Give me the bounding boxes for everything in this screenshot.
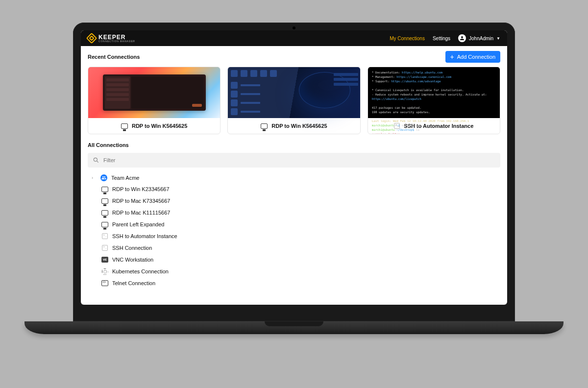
laptop-base [24,321,564,334]
connection-label: SSH Connection [112,245,152,251]
username: JohnAdmin [469,36,493,41]
add-connection-label: Add Connection [457,54,495,60]
connection-item[interactable]: RDP to Mac K73345667 [101,195,500,207]
chevron-right-icon: › [92,175,97,180]
brand: KEEPER CONNECTION MANAGER [88,34,135,43]
monitor-icon [101,198,108,204]
group-icon [100,174,107,181]
recent-card-3[interactable]: * Documentation: https://help.ubuntu.com… [368,67,500,134]
laptop-mockup: KEEPER CONNECTION MANAGER My Connections… [24,23,564,365]
thumbnail-windows-desktop [228,67,360,118]
connection-label: Parent Left Expanded [112,221,164,227]
recent-connections-title: Recent Connections [88,54,140,60]
connection-label: RDP to Mac K73345667 [112,198,170,204]
connection-item[interactable]: Kubernetes Connection [101,266,500,277]
search-icon [93,157,99,164]
connection-item[interactable]: Telnet Connection [101,277,500,289]
add-connection-button[interactable]: + Add Connection [445,51,500,63]
connection-label: SSH to Automator Instance [112,233,177,239]
filter-input-wrapper[interactable] [88,153,500,168]
connection-label: Telnet Connection [112,280,155,286]
kubernetes-icon [102,268,108,275]
recent-card-2[interactable]: RDP to Win K5645625 [227,67,360,134]
terminal-icon [102,245,108,251]
group-team-acme[interactable]: › Team Acme [92,172,500,183]
connection-item[interactable]: RDP to Mac K11115667 [101,207,500,218]
thumbnail-mac-desktop [88,67,220,118]
svg-point-0 [94,158,97,161]
connection-item[interactable]: Parent Left Expanded [101,218,500,230]
connection-item[interactable]: VEVNC Workstation [101,254,500,266]
monitor-icon [101,187,108,192]
connection-label: VNC Workstation [112,257,153,263]
user-menu[interactable]: JohnAdmin ▼ [458,34,500,42]
monitor-icon [101,210,108,216]
thumbnail-ssh-terminal: * Documentation: https://help.ubuntu.com… [368,67,500,118]
brand-subtitle: CONNECTION MANAGER [98,40,135,43]
terminal-icon [102,233,108,239]
monitor-icon [261,123,268,129]
telnet-icon [101,280,108,286]
connection-item[interactable]: SSH Connection [101,242,500,254]
monitor-icon [101,222,108,227]
camera-dot [293,26,295,29]
top-bar: KEEPER CONNECTION MANAGER My Connections… [81,30,507,46]
connection-label: RDP to Win K23345667 [112,186,170,192]
group-label: Team Acme [111,175,139,181]
recent-card-1-label: RDP to Win K5645625 [132,123,187,129]
monitor-icon [121,123,128,129]
keeper-logo-icon [86,33,98,44]
connection-item[interactable]: RDP to Win K23345667 [101,183,500,195]
filter-input[interactable] [103,157,495,163]
nav-settings[interactable]: Settings [433,36,450,41]
chevron-down-icon: ▼ [496,36,500,41]
nav-my-connections[interactable]: My Connections [390,36,425,41]
avatar-icon [458,34,466,42]
connection-label: Kubernetes Connection [112,268,169,274]
terminal-icon [394,123,400,129]
recent-card-2-label: RDP to Win K5645625 [271,123,327,129]
connection-label: RDP to Mac K11115667 [112,210,170,216]
svg-line-1 [97,161,98,162]
app-screen: KEEPER CONNECTION MANAGER My Connections… [81,30,507,305]
recent-card-1[interactable]: RDP to Win K5645625 [88,67,220,134]
vnc-icon: VE [101,257,108,263]
connection-item[interactable]: SSH to Automator Instance [101,230,500,242]
all-connections-title: All Connections [88,134,500,153]
brand-name: KEEPER [98,34,135,40]
